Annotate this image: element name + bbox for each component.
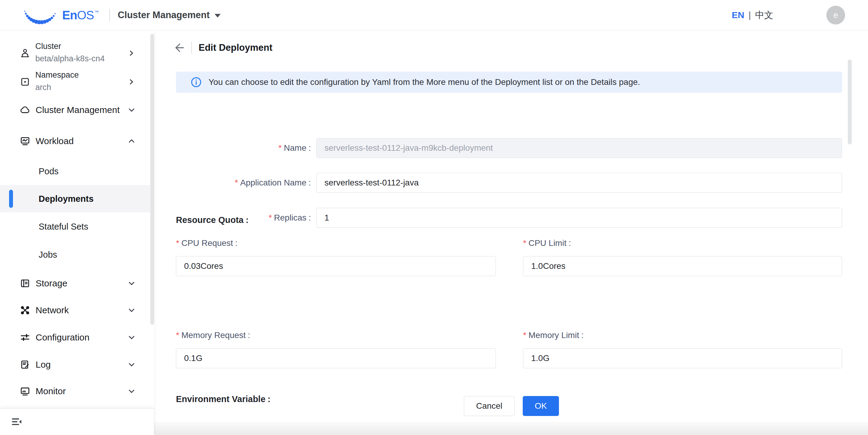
required-mark: * — [235, 178, 238, 187]
cpu-request-input[interactable] — [176, 256, 496, 276]
sidebar-item-log[interactable]: Log — [0, 355, 154, 374]
namespace-value: arch — [35, 81, 79, 94]
active-indicator-bar — [9, 190, 13, 208]
sidebar-footer — [0, 408, 154, 435]
caret-down-icon — [215, 14, 221, 18]
sidebar-item-stateful-sets[interactable]: Stateful Sets — [0, 218, 154, 236]
sidebar-item-monitor[interactable]: Monitor — [0, 382, 154, 400]
form-row-replicas: *Replicas: — [154, 208, 868, 228]
sliders-icon — [19, 332, 31, 343]
sidebar-item-configuration[interactable]: Configuration — [0, 328, 154, 347]
main-content: Edit Deployment You can choose to edit t… — [154, 30, 868, 435]
chevron-down-icon — [127, 279, 136, 288]
required-mark: * — [523, 330, 526, 340]
sidebar-item-cluster-management[interactable]: Cluster Management — [0, 101, 154, 119]
chevron-down-icon — [127, 360, 136, 369]
collapse-sidebar-icon[interactable] — [10, 415, 24, 429]
enos-logo[interactable]: EnOS™ — [22, 4, 98, 26]
banner-text: You can choose to edit the configuration… — [209, 77, 640, 87]
required-mark: * — [523, 238, 526, 248]
storage-icon — [19, 278, 31, 289]
form-row-application-name: *Application Name: — [154, 173, 868, 193]
environment-variable-heading: Environment Variable: — [176, 394, 271, 404]
topbar-divider — [109, 9, 110, 22]
language-switcher: EN | 中文 — [732, 9, 773, 22]
content-scrollbar-thumb[interactable] — [848, 59, 852, 144]
required-mark: * — [176, 330, 179, 340]
app-switcher[interactable]: Cluster Management — [118, 10, 221, 21]
cancel-button[interactable]: Cancel — [464, 396, 515, 416]
cloud-icon — [19, 104, 31, 116]
sidebar-item-jobs[interactable]: Jobs — [0, 245, 154, 264]
required-mark: * — [176, 238, 179, 248]
monitor-icon — [19, 385, 31, 397]
cluster-icon — [19, 48, 31, 59]
chevron-down-icon — [127, 306, 136, 315]
info-banner: You can choose to edit the configuration… — [176, 71, 842, 93]
enos-swoosh-icon — [22, 4, 59, 26]
top-bar: EnOS™ Cluster Management EN | 中文 e — [0, 0, 868, 30]
sidebar-item-network[interactable]: Network — [0, 301, 154, 319]
header-divider — [191, 42, 192, 54]
info-icon — [190, 77, 202, 88]
topbar-right: EN | 中文 e — [732, 6, 845, 25]
ok-button[interactable]: OK — [523, 396, 559, 416]
application-name-label: *Application Name: — [154, 173, 311, 193]
namespace-label: Namespace — [35, 69, 79, 81]
cluster-label: Cluster — [35, 40, 105, 52]
sidebar-item-deployments[interactable]: Deployments — [0, 185, 154, 212]
content-footer-strip — [154, 422, 868, 435]
lang-separator: | — [748, 10, 751, 20]
sidebar-item-workload[interactable]: Workload — [0, 132, 154, 150]
log-icon — [19, 359, 31, 370]
lang-zh-link[interactable]: 中文 — [755, 9, 773, 22]
chevron-up-icon — [127, 137, 136, 145]
back-arrow-icon[interactable] — [173, 41, 186, 54]
resource-quota-heading: Resource Quota: — [176, 215, 249, 225]
network-icon — [19, 304, 31, 316]
memory-request-input[interactable] — [176, 348, 496, 368]
page-header: Edit Deployment — [173, 41, 273, 54]
chevron-down-icon — [127, 387, 136, 396]
chevron-right-icon — [127, 78, 135, 86]
app-switcher-label: Cluster Management — [118, 10, 210, 21]
cluster-value: beta/alpha-k8s-cn4 — [35, 52, 105, 65]
name-label: *Name: — [154, 138, 311, 158]
form-row-name: *Name: — [154, 138, 868, 158]
brand-wordmark: EnOS™ — [62, 8, 98, 22]
cpu-limit-label: *CPU Limit: — [523, 238, 571, 248]
sidebar-scrollbar-thumb[interactable] — [150, 34, 154, 325]
sidebar: Cluster beta/alpha-k8s-cn4 Namespace arc… — [0, 30, 154, 435]
sidebar-item-pods[interactable]: Pods — [0, 162, 154, 180]
name-input[interactable] — [316, 138, 842, 158]
memory-limit-input[interactable] — [523, 348, 842, 368]
sidebar-item-storage[interactable]: Storage — [0, 274, 154, 292]
memory-limit-label: *Memory Limit: — [523, 330, 584, 340]
chevron-right-icon — [127, 49, 135, 57]
sidebar-cluster-selector[interactable]: Cluster beta/alpha-k8s-cn4 — [0, 40, 154, 66]
cpu-limit-input[interactable] — [523, 256, 842, 276]
required-mark: * — [279, 143, 282, 152]
memory-request-label: *Memory Request: — [176, 330, 250, 340]
cpu-request-label: *CPU Request: — [176, 238, 238, 248]
chevron-down-icon — [127, 106, 136, 114]
app-window: EnOS™ Cluster Management EN | 中文 e Clus — [0, 0, 868, 435]
lang-en-link[interactable]: EN — [732, 10, 745, 20]
workload-icon — [19, 135, 31, 147]
namespace-icon — [19, 76, 31, 88]
chevron-down-icon — [127, 333, 136, 342]
replicas-input[interactable] — [316, 208, 842, 228]
user-avatar[interactable]: e — [826, 6, 845, 25]
page-title: Edit Deployment — [198, 42, 273, 53]
sidebar-namespace-selector[interactable]: Namespace arch — [0, 69, 154, 95]
required-mark: * — [269, 213, 272, 222]
application-name-input[interactable] — [316, 173, 842, 193]
